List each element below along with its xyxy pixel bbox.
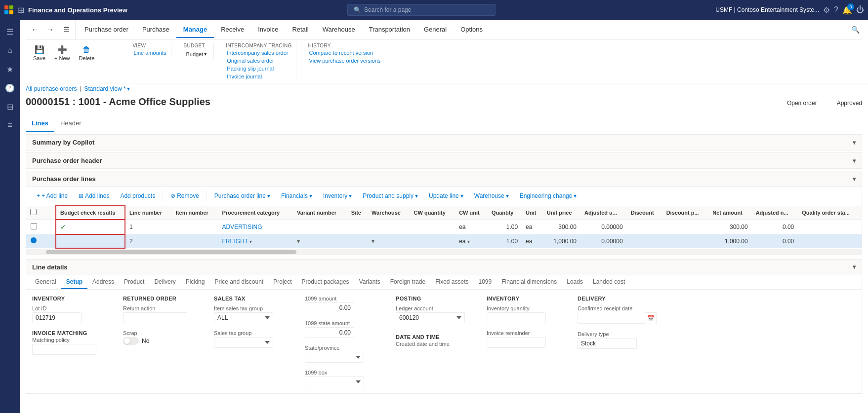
- row2-warehouse-dropdown[interactable]: ▾: [372, 238, 374, 245]
- line-tab-1099[interactable]: 1099: [474, 275, 497, 289]
- ledger-account-select[interactable]: 600120: [396, 312, 465, 323]
- settings-icon[interactable]: ⚙: [823, 5, 830, 15]
- product-and-supply-dropdown[interactable]: Product and supply ▾: [358, 190, 422, 202]
- sales-tax-group-select[interactable]: [214, 337, 273, 348]
- financials-dropdown[interactable]: Financials ▾: [277, 190, 317, 202]
- po-header-collapse-button[interactable]: Purchase order header ▾: [26, 152, 862, 169]
- tab-manage[interactable]: Manage: [176, 22, 214, 38]
- app-grid-icon[interactable]: ⊞: [18, 5, 24, 15]
- scrap-toggle[interactable]: [123, 337, 139, 345]
- summary-by-copilot-header[interactable]: Summary by Copilot ▾: [26, 134, 862, 150]
- original-sales-order-button[interactable]: Original sales order: [226, 57, 289, 64]
- row2-variant-dropdown[interactable]: ▾: [297, 238, 300, 245]
- delivery-type-input[interactable]: [578, 338, 637, 349]
- remove-button[interactable]: ⊘ Remove: [166, 190, 204, 202]
- row2-checkbox-cell[interactable]: [26, 234, 41, 248]
- line-tab-delivery[interactable]: Delivery: [149, 275, 180, 289]
- sidebar-modules[interactable]: ≡: [1, 117, 19, 133]
- item-sales-tax-select[interactable]: ALL: [214, 312, 273, 323]
- inventory-dropdown[interactable]: Inventory ▾: [319, 190, 356, 202]
- row2-dropdown-icon[interactable]: ▾: [249, 239, 252, 244]
- line-tab-financial-dimensions[interactable]: Financial dimensions: [496, 275, 562, 289]
- tab-options[interactable]: Options: [454, 22, 490, 38]
- row1-checkbox[interactable]: [31, 223, 37, 229]
- save-button[interactable]: 💾 Save: [30, 43, 49, 63]
- purchase-order-link[interactable]: [114, 43, 116, 44]
- table-scrollbar[interactable]: [26, 249, 862, 255]
- line-tab-picking[interactable]: Picking: [181, 275, 210, 289]
- row1-procurement-cat[interactable]: ADVERTISING: [218, 220, 293, 234]
- line-tab-variants[interactable]: Variants: [354, 275, 385, 289]
- notification-icon[interactable]: 🔔 0: [842, 5, 852, 15]
- 1099-state-amount-input[interactable]: [305, 327, 354, 338]
- line-tab-loads[interactable]: Loads: [562, 275, 588, 289]
- breadcrumb-all-purchase-orders[interactable]: All purchase orders: [26, 85, 77, 92]
- table-scroll-container[interactable]: Budget check results Line number Item nu…: [26, 205, 862, 249]
- power-icon[interactable]: ⏻: [856, 5, 864, 14]
- view-po-versions-button[interactable]: View purchase order versions: [308, 57, 382, 64]
- line-tab-landed-cost[interactable]: Landed cost: [588, 275, 630, 289]
- warehouse-dropdown[interactable]: Warehouse ▾: [470, 190, 513, 202]
- row2-unit-dropdown[interactable]: ▾: [467, 239, 470, 244]
- back-button[interactable]: ←: [28, 23, 41, 37]
- line-tab-price-discount[interactable]: Price and discount: [209, 275, 268, 289]
- tab-warehouse[interactable]: Warehouse: [316, 22, 362, 38]
- select-all-checkbox[interactable]: [30, 209, 37, 215]
- line-amounts-button[interactable]: Line amounts: [132, 49, 167, 56]
- tab-purchase-order[interactable]: Purchase order: [78, 22, 135, 38]
- col-select-all[interactable]: [26, 206, 41, 220]
- compare-recent-button[interactable]: Compare to recent version: [308, 49, 382, 56]
- ribbon-search-button[interactable]: 🔍: [848, 23, 862, 37]
- line-tab-address[interactable]: Address: [87, 275, 119, 289]
- add-lines-button[interactable]: ⊞ Add lines: [74, 190, 114, 202]
- invoice-journal-button[interactable]: Invoice journal: [226, 73, 289, 80]
- 1099-amount-input[interactable]: [305, 302, 354, 313]
- table-row[interactable]: 2 FREIGHT ▾ ▾: [26, 234, 862, 248]
- line-tab-product-packages[interactable]: Product packages: [297, 275, 354, 289]
- update-line-dropdown[interactable]: Update line ▾: [424, 190, 468, 202]
- lot-id-input[interactable]: [32, 312, 82, 323]
- delete-button[interactable]: 🗑 Delete: [76, 43, 98, 63]
- tab-purchase[interactable]: Purchase: [135, 22, 176, 38]
- return-action-input[interactable]: [123, 312, 187, 323]
- confirmed-receipt-calendar-icon[interactable]: 📅: [645, 312, 657, 324]
- sidebar-home[interactable]: ☰: [1, 24, 19, 39]
- confirmed-receipt-input[interactable]: [578, 313, 645, 324]
- line-tab-product[interactable]: Product: [119, 275, 149, 289]
- tab-lines[interactable]: Lines: [26, 115, 54, 132]
- matching-policy-input[interactable]: [32, 344, 96, 355]
- budget-dropdown[interactable]: Budget ▾: [183, 49, 209, 59]
- purchase-order-line-dropdown[interactable]: Purchase order line ▾: [210, 190, 275, 202]
- sidebar-dashboard[interactable]: ⌂: [1, 42, 19, 58]
- line-tab-setup[interactable]: Setup: [61, 275, 87, 289]
- forward-button[interactable]: →: [43, 23, 57, 37]
- scrollbar-thumb[interactable]: [46, 250, 296, 254]
- 1099-box-select[interactable]: [305, 376, 364, 387]
- po-lines-collapse-button[interactable]: Purchase order lines ▾: [26, 171, 862, 187]
- sidebar-favorites[interactable]: ★: [1, 61, 19, 77]
- state-province-select[interactable]: [305, 352, 364, 363]
- tab-retail[interactable]: Retail: [285, 22, 315, 38]
- sidebar-workspaces[interactable]: ⊟: [1, 99, 19, 114]
- line-tab-project[interactable]: Project: [268, 275, 296, 289]
- row2-procurement-cat[interactable]: FREIGHT ▾: [218, 234, 293, 248]
- line-tab-foreign-trade[interactable]: Foreign trade: [385, 275, 430, 289]
- table-row[interactable]: ✓ 1 ADVERTISING ea 1.00: [26, 220, 862, 234]
- list-view-button[interactable]: ☰: [59, 23, 73, 37]
- packing-slip-journal-button[interactable]: Packing slip journal: [226, 65, 289, 72]
- new-button[interactable]: ➕ + New: [51, 43, 74, 63]
- line-tab-fixed-assets[interactable]: Fixed assets: [430, 275, 473, 289]
- sidebar-recent[interactable]: 🕐: [1, 80, 19, 96]
- tab-transportation[interactable]: Transportation: [362, 22, 417, 38]
- line-details-collapse-button[interactable]: Line details ▾: [26, 260, 862, 275]
- invoice-remainder-input[interactable]: [487, 337, 546, 348]
- tab-header[interactable]: Header: [54, 115, 87, 132]
- line-tab-general[interactable]: General: [30, 275, 61, 289]
- add-products-button[interactable]: Add products: [116, 190, 160, 202]
- add-line-button[interactable]: + + Add line: [32, 190, 72, 202]
- engineering-change-dropdown[interactable]: Engineering change ▾: [515, 190, 581, 202]
- breadcrumb-view-selector[interactable]: Standard view * ▾: [84, 85, 130, 92]
- inventory-quantity-input[interactable]: [487, 312, 546, 323]
- help-icon[interactable]: ?: [834, 5, 838, 14]
- tab-general[interactable]: General: [417, 22, 454, 38]
